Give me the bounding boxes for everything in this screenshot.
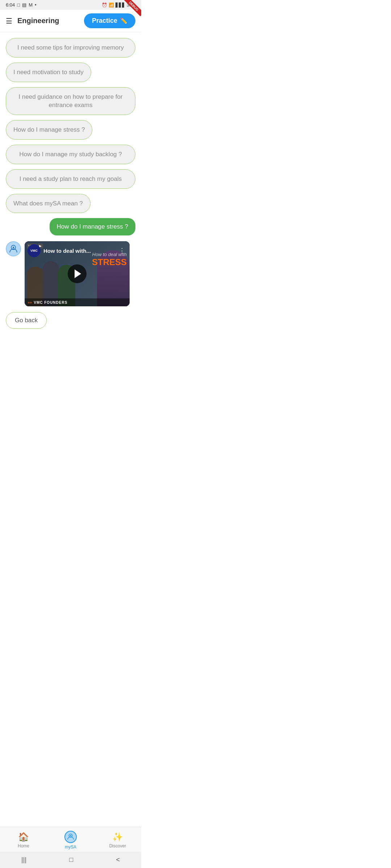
status-left: 6:04 □ ▤ M • xyxy=(6,2,37,8)
debug-ribbon xyxy=(123,0,141,18)
page-title: Engineering xyxy=(17,17,59,25)
suggestion-chip-backlog[interactable]: How do I manage my study backlog ? xyxy=(6,145,135,164)
suggestion-chip-plan[interactable]: I need a study plan to reach my goals xyxy=(6,169,135,189)
suggestion-chip-stress[interactable]: How do I manage stress ? xyxy=(6,120,92,140)
play-button[interactable] xyxy=(68,264,87,283)
go-back-button[interactable]: Go back xyxy=(6,312,47,329)
svg-point-1 xyxy=(13,247,14,248)
vmc-arrows-icon: »» xyxy=(28,300,32,305)
stress-word-text: STRESS xyxy=(92,258,127,267)
vmc-logo: VMC xyxy=(28,244,41,257)
suggestion-chip-mysa[interactable]: What does mySA mean ? xyxy=(6,194,91,213)
wifi-icon: 📶 xyxy=(109,3,114,8)
app-header: ☰ Engineering Practice ✏️ xyxy=(0,10,141,32)
bot-message-row: VMC ▶ VMC How to deal with... ⋮ How to d… xyxy=(6,241,135,306)
video-bottom-bar: »» VMC FOUNDERS xyxy=(25,298,130,306)
practice-label: Practice xyxy=(92,17,117,25)
suggestion-chip-memory[interactable]: I need some tips for improving memory xyxy=(6,38,135,58)
status-bar: 6:04 □ ▤ M • ⏰ 📶 ▋▋▋ 38% xyxy=(0,0,141,10)
video-thumbnail[interactable]: VMC ▶ VMC How to deal with... ⋮ How to d… xyxy=(25,241,130,306)
suggestion-chip-motivation[interactable]: I need motivation to study xyxy=(6,63,91,82)
header-left: ☰ Engineering xyxy=(6,17,59,25)
go-back-row: Go back xyxy=(6,312,135,329)
suggestion-chip-entrance[interactable]: I need guidance on how to prepare for en… xyxy=(6,87,135,115)
stress-text-overlay: How to deal with STRESS xyxy=(92,252,127,267)
user-message-row: How do I manage stress ? xyxy=(6,218,135,235)
bot-avatar xyxy=(6,241,21,256)
user-message-bubble: How do I manage stress ? xyxy=(50,218,135,235)
chat-area: I need some tips for improving memory I … xyxy=(0,32,141,372)
dot-indicator: • xyxy=(35,2,37,8)
stress-how-text: How to deal with xyxy=(92,252,127,257)
video-card[interactable]: VMC ▶ VMC How to deal with... ⋮ How to d… xyxy=(25,241,130,306)
time-display: 6:04 xyxy=(6,2,15,8)
mail-icon: M xyxy=(29,2,33,8)
screen-icon: □ xyxy=(17,2,20,8)
pencil-icon: ✏️ xyxy=(120,17,127,24)
vmc-founders-label: VMC FOUNDERS xyxy=(34,301,67,305)
play-triangle-icon xyxy=(75,269,81,278)
sim-icon: ▤ xyxy=(22,2,26,8)
alarm-icon: ⏰ xyxy=(102,3,107,8)
menu-icon[interactable]: ☰ xyxy=(6,17,12,25)
